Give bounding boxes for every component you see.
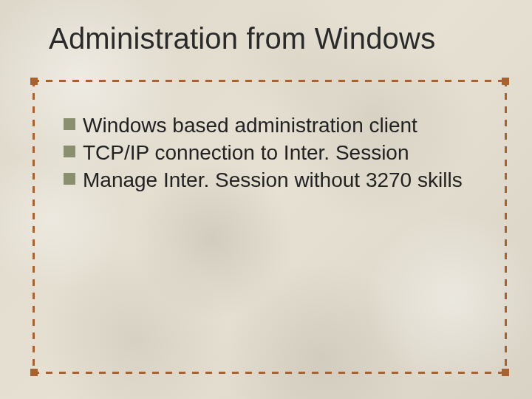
frame-corner-tr: [502, 78, 509, 85]
bullet-text: TCP/IP connection to Inter. Session: [83, 140, 409, 166]
bullet-text: Manage Inter. Session without 3270 skill…: [83, 167, 463, 193]
frame-border-left: [33, 80, 35, 374]
frame-border-top: [33, 80, 507, 82]
frame-border-right: [505, 80, 507, 374]
square-bullet-icon: [64, 118, 75, 130]
list-item: TCP/IP connection to Inter. Session: [64, 140, 492, 166]
square-bullet-icon: [64, 173, 75, 185]
bullet-text: Windows based administration client: [83, 112, 417, 138]
frame-corner-bl: [30, 369, 38, 376]
slide-title: Administration from Windows: [49, 22, 435, 55]
square-bullet-icon: [64, 146, 75, 157]
bullet-list: Windows based administration client TCP/…: [64, 112, 492, 194]
slide: Administration from Windows Windows base…: [0, 0, 532, 399]
frame-border-bottom: [33, 372, 507, 374]
list-item: Manage Inter. Session without 3270 skill…: [64, 167, 492, 193]
frame-corner-br: [502, 369, 509, 376]
frame-corner-tl: [30, 78, 38, 85]
list-item: Windows based administration client: [64, 112, 492, 138]
